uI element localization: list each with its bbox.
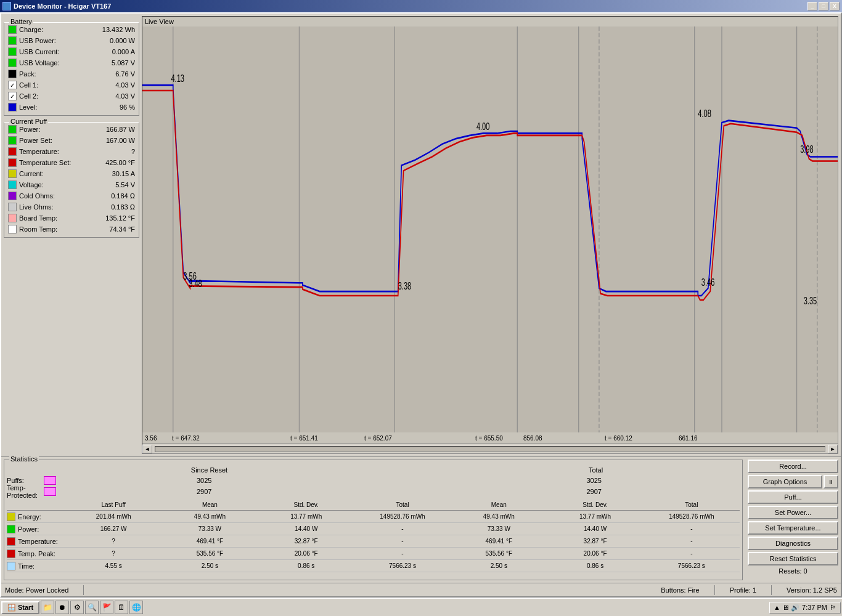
battery-value-5: 4.03 V (92, 81, 135, 89)
record-button[interactable]: Record... (748, 460, 838, 473)
puffs-label: Puffs: (7, 477, 44, 484)
stats-color-box-4 (7, 562, 15, 570)
stats-cell-3-2: 20.06 °F (258, 550, 354, 557)
battery-checkbox-6[interactable] (8, 92, 17, 100)
battery-row-7: Level:96 % (7, 102, 136, 113)
current-puff-title: Current Puff (9, 118, 48, 125)
scroll-right-btn[interactable]: ► (828, 445, 838, 453)
taskbar-time: 7:37 PM (802, 604, 827, 611)
battery-indicator-7 (8, 103, 17, 111)
stats-row-label-2: Temperature: (7, 537, 65, 546)
taskbar-icon-5[interactable]: 🚩 (100, 601, 113, 614)
puffs-since-reset: 3025 (59, 477, 350, 484)
diagnostics-button[interactable]: Diagnostics (748, 537, 838, 550)
title-bar-title: Device Monitor - Hcigar VT167 (14, 2, 807, 10)
puff-indicator-4 (8, 169, 17, 178)
stats-cell-0-4: 49.43 mWh (451, 513, 547, 520)
taskbar-icon-6[interactable]: 🗓 (115, 601, 128, 614)
stats-color-box-3 (7, 549, 15, 558)
col-total-2: Total (644, 501, 740, 508)
battery-label-3: USB Voltage: (19, 59, 92, 67)
svg-text:3.38: 3.38 (398, 280, 412, 291)
set-temperature-button[interactable]: Set Temperature... (748, 521, 838, 535)
puff-indicator-3 (8, 158, 17, 167)
stats-col-headers: Last Puff Mean Std. Dev. Total Mean Std.… (7, 500, 740, 511)
puff-indicator-8 (8, 214, 17, 222)
stats-cell-2-0: ? (65, 538, 161, 545)
pause-button[interactable]: ⏸ (824, 475, 838, 488)
battery-row-2: USB Current:0.000 A (7, 46, 136, 57)
taskbar-icon-1[interactable]: 📁 (41, 601, 54, 614)
start-button[interactable]: 🪟 Start (1, 601, 39, 614)
puff-row-4: Current:30.15 A (7, 168, 136, 179)
battery-checkbox-5[interactable] (8, 81, 17, 89)
scroll-track[interactable] (155, 446, 825, 452)
battery-row-5: Cell 1:4.03 V (7, 79, 136, 91)
stats-cell-1-3: - (354, 525, 451, 532)
taskbar-icon-2[interactable]: ⏺ (55, 601, 69, 614)
graph-scrollbar: ◄ ► (142, 444, 838, 453)
taskbar-icon-3[interactable]: ⚙ (70, 601, 84, 614)
stats-row-label-1: Power: (7, 525, 65, 533)
stats-cell-0-1: 49.43 mWh (161, 513, 258, 520)
puff-indicator-2 (8, 147, 17, 156)
stats-cell-3-0: ? (65, 550, 161, 557)
puff-label-8: Board Temp: (19, 214, 92, 222)
stats-cell-4-4: 2.50 s (451, 562, 547, 569)
graph-title: Live View (142, 17, 838, 26)
stats-cell-2-1: 469.41 °F (161, 538, 258, 545)
set-power-button[interactable]: Set Power... (748, 506, 838, 519)
stats-row-label-0: Energy: (7, 513, 65, 521)
battery-label-6: Cell 2: (19, 92, 92, 100)
profile-status: Profile: 1 (730, 586, 756, 594)
puff-row-0: Power:166.87 W (7, 124, 136, 135)
puff-button[interactable]: Puff... (748, 490, 838, 504)
battery-label-7: Level: (19, 103, 92, 111)
puff-value-9: 74.34 °F (92, 225, 135, 233)
statistics-inner: Since Reset Total Puffs: 3025 3025 Temp-… (4, 465, 742, 573)
puff-indicator-6 (8, 192, 17, 200)
stats-cell-2-2: 32.87 °F (258, 538, 354, 545)
temp-protected-label: Temp-Protected: (7, 484, 44, 499)
stats-color-box-0 (7, 513, 15, 521)
puff-value-8: 135.12 °F (92, 214, 135, 222)
stats-label-text-0: Energy: (18, 513, 41, 521)
battery-indicator-1 (8, 36, 17, 45)
col-mean-2: Mean (451, 501, 547, 508)
reset-statistics-button[interactable]: Reset Statistics (748, 552, 838, 565)
stats-cell-4-6: 7566.23 s (644, 562, 740, 569)
puffs-color-box (44, 476, 56, 485)
stats-cell-4-0: 4.55 s (65, 562, 161, 569)
taskbar-right: ▲ 🖥 🔊 7:37 PM 🏳 (769, 602, 841, 614)
taskbar-flag: 🏳 (830, 604, 836, 611)
puff-indicator-1 (8, 136, 17, 145)
puff-label-2: Temperature: (19, 148, 92, 155)
col-last-puff: Last Puff (65, 501, 161, 508)
puffs-total: 3025 (449, 477, 740, 484)
puff-value-2: ? (92, 148, 135, 155)
close-button[interactable]: X (830, 2, 840, 10)
taskbar-icon-7[interactable]: 🌐 (129, 601, 143, 614)
minimize-button[interactable]: _ (807, 2, 817, 10)
col-mean-1: Mean (161, 501, 258, 508)
stats-cell-0-3: 149528.76 mWh (354, 513, 451, 520)
graph-svg: 4.13 3.56 3.48 3.38 4.00 4.08 3.46 3.98 … (142, 26, 838, 432)
status-sep-2 (714, 585, 715, 595)
battery-label-0: Charge: (19, 26, 92, 33)
stats-cell-2-3: - (354, 538, 451, 545)
battery-group-title: Battery (9, 18, 33, 25)
maximize-button[interactable]: □ (819, 2, 828, 10)
stats-cell-3-1: 535.56 °F (161, 550, 258, 557)
status-sep-1 (83, 585, 84, 595)
graph-options-button[interactable]: Graph Options (748, 475, 822, 488)
stats-cell-4-2: 0.86 s (258, 562, 354, 569)
puff-label-5: Voltage: (19, 181, 92, 188)
svg-text:3.35: 3.35 (804, 294, 817, 306)
title-bar: Device Monitor - Hcigar VT167 _ □ X (0, 0, 842, 12)
time-label-4: t = 652.07 (364, 435, 392, 442)
left-panel: Battery Charge:13.432 WhUSB Power:0.000 … (1, 14, 142, 456)
scroll-left-btn[interactable]: ◄ (142, 445, 152, 453)
taskbar-icon-4[interactable]: 🔍 (85, 601, 99, 614)
puff-indicator-7 (8, 203, 17, 211)
puff-value-1: 167.00 W (92, 137, 135, 144)
